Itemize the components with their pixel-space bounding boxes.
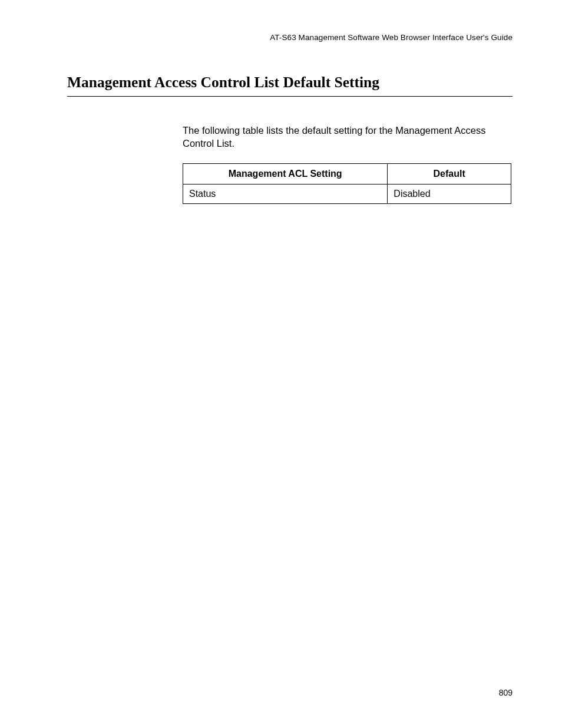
table-cell-default: Disabled: [388, 184, 511, 203]
intro-paragraph: The following table lists the default se…: [183, 124, 513, 150]
table-row: Status Disabled: [183, 184, 511, 203]
settings-table: Management ACL Setting Default Status Di…: [183, 163, 511, 204]
table-header-setting: Management ACL Setting: [183, 163, 388, 184]
table-header-default: Default: [388, 163, 511, 184]
table-header-row: Management ACL Setting Default: [183, 163, 511, 184]
content-block: The following table lists the default se…: [183, 124, 513, 204]
document-page: AT-S63 Management Software Web Browser I…: [0, 0, 562, 728]
section-heading: Management Access Control List Default S…: [67, 74, 513, 97]
table-cell-setting: Status: [183, 184, 388, 203]
running-header: AT-S63 Management Software Web Browser I…: [67, 33, 513, 42]
page-number: 809: [499, 688, 513, 697]
